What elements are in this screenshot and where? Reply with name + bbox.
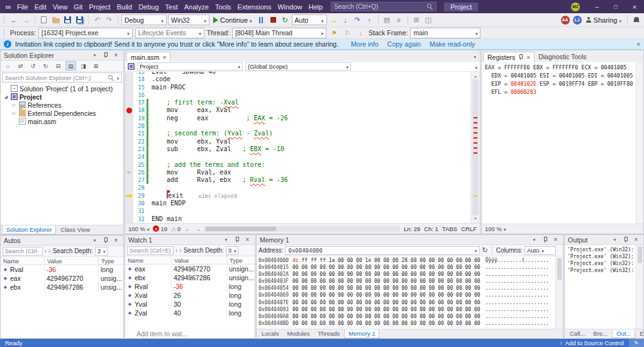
infobar-link-make-read-only[interactable]: Make read-only (430, 40, 475, 48)
add-watch-item-row[interactable]: Add item to wat... (125, 329, 255, 338)
close-button[interactable] (625, 0, 644, 13)
tree-item-solution-project-1-of-1-project[interactable]: Solution 'Project' (1 of 1 project) (1, 84, 123, 93)
column-type[interactable]: Type (99, 257, 123, 265)
close-icon[interactable] (243, 236, 252, 244)
run-to-cursor-icon[interactable]: ▷ (125, 169, 133, 176)
debug-tab-memory-1[interactable]: Memory 1 (344, 329, 379, 338)
variable-row-eax[interactable]: ◆eax4294967270unsig... (1, 274, 123, 283)
configuration-dropdown[interactable]: Debug (121, 14, 167, 25)
tree-item-main-asm[interactable]: main.asm (1, 117, 123, 125)
participant-avatar-lj[interactable]: LJ (573, 16, 582, 25)
pin-icon[interactable] (233, 236, 241, 244)
show-flagged-threads-icon[interactable] (342, 27, 353, 38)
window-position-icon[interactable] (91, 51, 99, 59)
show-threads-in-source-icon[interactable] (355, 27, 366, 38)
window-position-icon[interactable] (222, 236, 230, 244)
tab-diagnostic-tools[interactable]: Diagnostic Tools (535, 52, 590, 62)
infobar-close-icon[interactable] (636, 40, 640, 48)
search-depth-dropdown[interactable]: 3 (95, 247, 108, 256)
navbar-chevron-icon[interactable] (475, 63, 477, 71)
command-window-icon[interactable] (423, 14, 434, 26)
toolbar-grip[interactable] (4, 29, 6, 37)
warning-count-badge[interactable]: 0 (171, 225, 180, 232)
restart-icon[interactable] (280, 14, 291, 26)
preview-selected-items-icon[interactable]: ⊞ (91, 61, 101, 71)
platform-dropdown[interactable]: Win32 (168, 14, 209, 25)
memory-row-5[interactable]: 0x0040405400 00 00 00 00 00 00 00 00 00 … (258, 285, 554, 292)
menu-window[interactable]: Window (274, 2, 305, 12)
variable-row-ebx[interactable]: ◆ebx4294967286unsign... (125, 273, 255, 282)
zoom-control[interactable]: 100 % (128, 225, 149, 232)
output-scrollbar[interactable] (636, 245, 643, 329)
memory-scrollbar[interactable] (555, 256, 563, 329)
registers-content[interactable]: EAX = FFFFFFE6 EBX = FFFFFFF6 ECX = 0040… (482, 62, 643, 224)
show-next-statement-icon[interactable] (328, 14, 339, 26)
error-count-badge[interactable]: 19 (153, 225, 167, 232)
memory-row-9[interactable]: 0x004040A800 00 00 00 00 00 00 00 00 00 … (258, 313, 554, 320)
infobar-link-copy-again[interactable]: Copy again (387, 40, 421, 48)
properties-icon[interactable]: ◨ (78, 61, 89, 71)
autos-search-box[interactable]: Search (Ctrl- (3, 247, 43, 256)
project-dropdown[interactable]: Project (137, 62, 243, 71)
window-position-icon[interactable] (530, 236, 538, 244)
output-tab-call[interactable]: Call... (566, 329, 589, 338)
step-over-icon[interactable] (352, 14, 363, 26)
search-depth-dropdown[interactable]: 3 (226, 246, 239, 255)
search-prev-icon[interactable] (45, 247, 47, 254)
close-icon[interactable] (112, 236, 120, 244)
memory-row-7[interactable]: 0x0040407E00 00 00 00 00 00 00 00 00 00 … (258, 299, 554, 306)
menu-tools[interactable]: Tools (212, 2, 235, 12)
refresh-icon[interactable]: ↻ (40, 61, 51, 71)
collapse-all-icon[interactable]: ⊟ (53, 61, 64, 71)
pin-icon[interactable] (101, 236, 109, 244)
minimize-button[interactable] (587, 0, 606, 13)
column-value[interactable]: Value (45, 257, 99, 265)
memory-row-1[interactable]: 0x00404000dc ff ff ff 1a 00 00 00 1e 00 … (258, 257, 554, 264)
output-tab-out[interactable]: Out... (612, 329, 635, 338)
output-content[interactable]: 'Project.exe' (Win32):'Project.exe' (Win… (565, 245, 643, 329)
add-to-source-control-button[interactable]: Add to Source Control (555, 339, 629, 347)
switch-views-icon[interactable]: ⇄ (15, 61, 26, 71)
scope-dropdown[interactable]: (Global Scope) (245, 62, 351, 71)
menu-git[interactable]: Git (70, 2, 86, 12)
infobar-link-more-info[interactable]: More info (351, 40, 379, 48)
close-icon[interactable] (552, 236, 560, 244)
refresh-icon[interactable] (482, 246, 487, 254)
window-position-icon[interactable] (91, 236, 99, 244)
solution-search-box[interactable]: Search Solution Explorer (Ctrl+;) (2, 72, 122, 82)
pin-icon[interactable] (621, 236, 630, 244)
flag-thread-icon[interactable] (329, 27, 340, 38)
variable-row-rval[interactable]: ◆Rval-36long (1, 265, 123, 274)
step-out-icon[interactable] (364, 14, 375, 26)
variable-row-ebx[interactable]: ◆ebx4294967286unsig... (1, 283, 123, 292)
hot-reload-dropdown[interactable]: Auto (292, 14, 327, 25)
live-share-sharing-button[interactable]: Sharing (583, 14, 624, 26)
open-file-icon[interactable] (50, 14, 61, 26)
navigate-back-icon[interactable] (9, 14, 19, 26)
save-all-icon[interactable] (74, 14, 85, 26)
columns-dropdown[interactable]: Auto (525, 246, 556, 255)
next-issue-icon[interactable] (194, 225, 201, 232)
account-avatar[interactable]: MZ (571, 3, 580, 11)
search-next-icon[interactable] (179, 247, 181, 254)
address-combo[interactable]: 0x00404000 (285, 246, 480, 255)
memory-row-10[interactable]: 0x004040BD00 00 00 00 00 00 00 00 00 00 … (258, 320, 554, 327)
memory-content[interactable]: 0x00404000dc ff ff ff 1a 00 00 00 1e 00 … (257, 256, 563, 329)
breakpoint-icon[interactable] (125, 106, 133, 114)
memory-row-2[interactable]: 0x0040401500 00 00 00 00 00 00 00 00 00 … (258, 264, 554, 271)
navigate-forward-icon[interactable] (21, 14, 31, 26)
watch-search-box[interactable]: Search (Ctrl+E) (127, 246, 174, 255)
pin-icon[interactable] (518, 54, 523, 60)
close-icon[interactable] (526, 54, 530, 61)
debug-tab-threads[interactable]: Threads (314, 329, 343, 338)
variable-row-xval[interactable]: ◆Xval26long (125, 291, 255, 300)
scroll-down-icon[interactable]: ▼ (471, 215, 480, 222)
step-into-icon[interactable] (340, 14, 351, 26)
memory-row-4[interactable]: 0x0040403F00 00 00 00 00 00 00 00 00 00 … (258, 278, 554, 285)
scrollbar-thumb[interactable] (638, 247, 642, 263)
notifications-bell-icon[interactable] (631, 14, 641, 26)
expander-icon[interactable]: ▷ (11, 111, 17, 116)
output-tab-exc[interactable]: Exc... (636, 329, 644, 338)
menu-build[interactable]: Build (114, 2, 135, 12)
participant-avatar-aa[interactable]: AA (561, 16, 570, 25)
